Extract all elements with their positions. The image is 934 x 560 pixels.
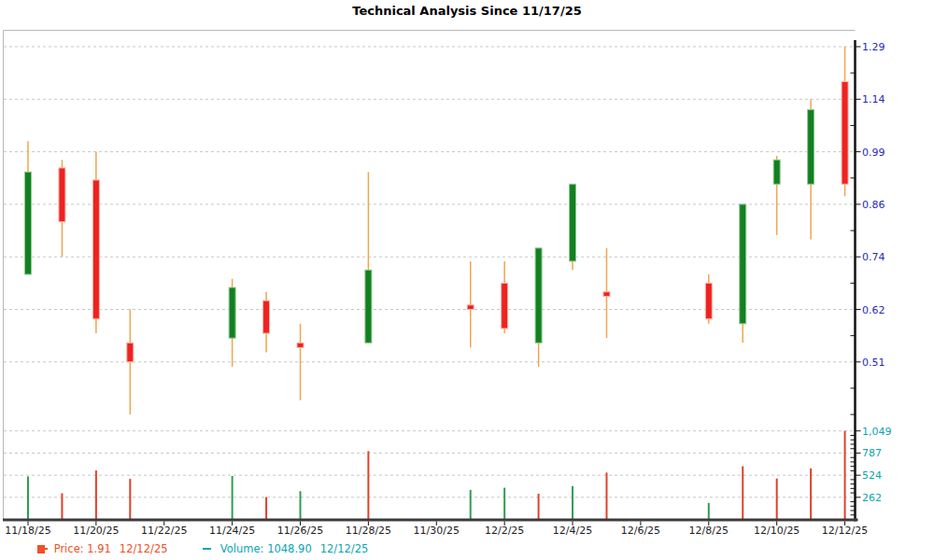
candlestick-11/26/25[interactable] bbox=[297, 343, 304, 347]
price-tick-label: 1.29 bbox=[862, 41, 885, 53]
legend-volume-label: Volume: bbox=[220, 542, 264, 555]
volume-panel bbox=[28, 431, 845, 521]
date-label: 12/8/25 bbox=[689, 525, 729, 537]
candlestick-11/25/25[interactable] bbox=[263, 301, 270, 333]
legend-price-label: Price: bbox=[54, 542, 84, 555]
legend-volume-group: Volume: 1048.9012/12/25 bbox=[203, 542, 368, 555]
candlestick-12/4/25[interactable] bbox=[570, 184, 576, 261]
date-label: 12/10/25 bbox=[754, 525, 800, 537]
candlestick-11/18/25[interactable] bbox=[25, 172, 32, 274]
candlestick-12/12/25[interactable] bbox=[842, 82, 848, 185]
candlestick-12/2/25[interactable] bbox=[502, 283, 508, 329]
candlestick-11/21/25[interactable] bbox=[127, 343, 134, 361]
price-legend-marker-icon bbox=[37, 545, 45, 553]
date-label: 11/18/25 bbox=[5, 525, 50, 537]
date-label: 11/26/25 bbox=[277, 525, 323, 537]
volume-tick-label: 262 bbox=[862, 492, 882, 504]
price-tick-label: 0.62 bbox=[862, 304, 885, 316]
date-label: 12/12/25 bbox=[822, 525, 868, 537]
candlestick-12/9/25[interactable] bbox=[740, 204, 746, 324]
price-tick-label: 0.74 bbox=[862, 251, 885, 263]
legend-volume-value: 1048.90 bbox=[267, 542, 312, 555]
date-label: 12/6/25 bbox=[621, 525, 660, 537]
volume-legend-dash-icon bbox=[203, 548, 211, 550]
candlestick-12/3/25[interactable] bbox=[535, 248, 542, 343]
date-label: 12/4/25 bbox=[553, 525, 592, 537]
legend-volume-text: Volume: 1048.9012/12/25 bbox=[220, 542, 369, 555]
legend-volume-date: 12/12/25 bbox=[320, 542, 369, 555]
legend-price-date: 12/12/25 bbox=[120, 542, 168, 555]
date-label: 12/2/25 bbox=[485, 525, 524, 537]
volume-tick-label: 524 bbox=[862, 469, 882, 482]
legend-price-group: Price: 1.9112/12/25 bbox=[37, 542, 168, 555]
legend-price-value: 1.91 bbox=[87, 542, 111, 555]
candlestick-12/1/25[interactable] bbox=[467, 305, 474, 310]
gridlines-layer bbox=[4, 47, 856, 497]
candlestick-11/24/25[interactable] bbox=[229, 287, 235, 338]
candlestick-11/20/25[interactable] bbox=[92, 180, 99, 319]
candlestick-11/19/25[interactable] bbox=[59, 168, 65, 222]
date-label: 11/28/25 bbox=[346, 525, 391, 537]
axes-layer: 1.291.140.990.860.740.620.511,0497875242… bbox=[3, 31, 892, 538]
candlestick-12/10/25[interactable] bbox=[773, 160, 780, 184]
date-label: 11/22/25 bbox=[141, 525, 187, 537]
price-tick-label: 0.51 bbox=[862, 357, 885, 369]
price-tick-label: 1.14 bbox=[862, 93, 885, 105]
candlestick-11/28/25[interactable] bbox=[365, 270, 372, 343]
candlestick-12/5/25[interactable] bbox=[603, 292, 610, 297]
date-label: 11/20/25 bbox=[73, 525, 119, 537]
date-label: 11/30/25 bbox=[414, 525, 460, 537]
legend-price-text: Price: 1.9112/12/25 bbox=[54, 542, 168, 555]
volume-tick-label: 787 bbox=[862, 447, 882, 459]
legend: Price: 1.9112/12/25 Volume: 1048.9012/12… bbox=[37, 542, 368, 555]
volume-tick-label: 1,049 bbox=[862, 426, 892, 438]
price-tick-label: 0.99 bbox=[862, 147, 885, 159]
candlestick-chart-canvas: 1.291.140.990.860.740.620.511,0497875242… bbox=[0, 0, 934, 560]
candlestick-12/8/25[interactable] bbox=[705, 283, 712, 318]
candlestick-12/11/25[interactable] bbox=[808, 110, 814, 185]
date-label: 11/24/25 bbox=[209, 525, 255, 537]
chart-window: Technical Analysis Since 11/17/25 1.291.… bbox=[0, 0, 934, 560]
price-panel bbox=[25, 47, 849, 414]
price-tick-label: 0.86 bbox=[862, 199, 885, 211]
